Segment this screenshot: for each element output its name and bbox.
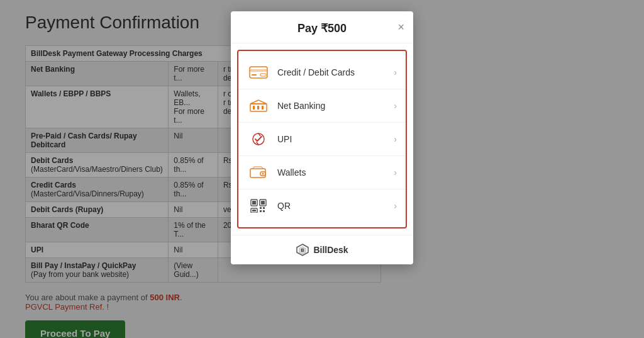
svg-rect-1 [250, 69, 267, 72]
svg-rect-15 [261, 201, 265, 205]
svg-rect-17 [252, 210, 256, 211]
payment-option-wallets[interactable]: Wallets › [238, 156, 406, 189]
svg-rect-18 [260, 207, 262, 209]
qr-label: QR [277, 201, 394, 211]
upi-icon [247, 130, 270, 148]
credit-debit-cards-label: Credit / Debit Cards [277, 67, 394, 77]
billdesk-brand-label: BillDesk [313, 245, 348, 255]
chevron-right-icon: › [394, 134, 397, 144]
wallets-label: Wallets [277, 167, 394, 177]
svg-rect-5 [253, 106, 255, 110]
billdesk-logo: B BillDesk [296, 243, 348, 257]
payment-modal: Pay ₹500 × Credit / Debit Cards › [231, 11, 413, 264]
payment-option-upi[interactable]: UPI › [238, 123, 406, 156]
svg-rect-13 [252, 201, 256, 205]
wallet-icon [247, 164, 270, 181]
chevron-right-icon: › [394, 101, 397, 111]
modal-close-button[interactable]: × [397, 21, 404, 33]
upi-label: UPI [277, 134, 394, 144]
qr-icon [247, 197, 270, 215]
modal-footer: B BillDesk [231, 235, 413, 264]
svg-rect-20 [260, 210, 262, 212]
payment-option-qr[interactable]: QR › [238, 189, 406, 222]
chevron-right-icon: › [394, 201, 397, 211]
modal-title: Pay ₹500 [297, 21, 347, 35]
svg-rect-3 [260, 74, 266, 76]
svg-text:B: B [301, 248, 304, 252]
modal-payment-options: Credit / Debit Cards › Net Banking › [237, 50, 407, 228]
net-banking-icon [247, 97, 270, 115]
svg-rect-7 [262, 106, 264, 110]
payment-option-credit-debit-cards[interactable]: Credit / Debit Cards › [238, 56, 406, 89]
chevron-right-icon: › [394, 67, 397, 77]
svg-point-11 [262, 173, 264, 175]
net-banking-label: Net Banking [277, 101, 394, 111]
svg-rect-6 [257, 106, 259, 110]
payment-option-net-banking[interactable]: Net Banking › [238, 89, 406, 123]
modal-header: Pay ₹500 × [231, 11, 413, 43]
svg-rect-21 [263, 210, 265, 212]
chevron-right-icon: › [394, 167, 397, 177]
card-icon [247, 64, 270, 81]
svg-rect-2 [252, 74, 257, 76]
svg-rect-19 [263, 207, 265, 209]
